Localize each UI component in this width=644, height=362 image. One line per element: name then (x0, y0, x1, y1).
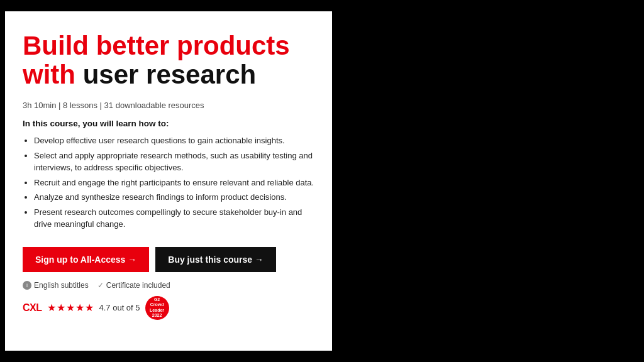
title-block: Build better products with user research (23, 31, 314, 89)
rating-row: CXL ★★★★★ 4.7 out of 5 G2CrowdLeader2022 (23, 296, 314, 320)
subtitles-item: i English subtitles (23, 281, 89, 290)
subtitles-label: English subtitles (34, 281, 89, 290)
meta-row: i English subtitles ✓ Certificate includ… (23, 281, 314, 290)
buy-course-button[interactable]: Buy just this course → (155, 247, 276, 272)
list-item: Develop effective user research question… (34, 134, 314, 147)
list-item: Present research outcomes compellingly t… (34, 206, 314, 231)
signup-allaccess-button[interactable]: Sign up to All-Access → (23, 247, 149, 272)
list-item: Recruit and engage the right participant… (34, 177, 314, 189)
list-item: Analyze and synthesize research findings… (34, 191, 314, 204)
certificate-item: ✓ Certificate included (97, 281, 170, 290)
certificate-label: Certificate included (106, 281, 170, 290)
award-badge: G2CrowdLeader2022 (145, 296, 169, 320)
cta-row: Sign up to All-Access → Buy just this co… (23, 247, 314, 272)
cxl-badge: CXL (23, 302, 42, 314)
title-black-text: user research (83, 60, 257, 89)
subtitles-icon: i (23, 281, 31, 290)
list-item: Select and apply appropriate research me… (34, 150, 314, 174)
check-icon: ✓ (97, 281, 104, 290)
stars-display: ★★★★★ (47, 302, 94, 314)
course-meta: 3h 10min | 8 lessons | 31 downloadable r… (23, 101, 314, 110)
course-card: Build better products with user research… (5, 11, 332, 351)
rating-text: 4.7 out of 5 (99, 303, 140, 312)
bullet-list: Develop effective user research question… (23, 134, 314, 233)
award-text: G2CrowdLeader2022 (150, 297, 164, 319)
course-intro: In this course, you will learn how to: (23, 119, 314, 128)
